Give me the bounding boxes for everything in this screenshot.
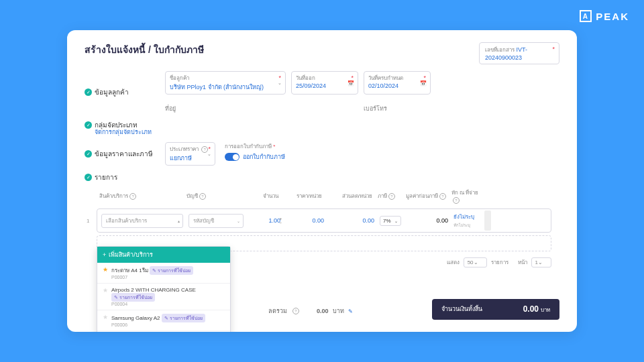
manage-group-link[interactable]: จัดการกลุ่มจัดประเภท xyxy=(95,127,559,137)
account-select[interactable]: รหัสบัญชี⌄ xyxy=(189,214,244,228)
doc-number-label: เลขที่เอกสาร xyxy=(485,47,515,53)
star-icon: ★ xyxy=(103,287,108,294)
address-label: ที่อยู่ xyxy=(165,105,176,112)
product-select[interactable]: เลือกสินค้า/บริการ▴ xyxy=(101,214,183,228)
discount-input[interactable]: 0.00 xyxy=(327,215,377,226)
calendar-icon: 📅 xyxy=(347,80,354,86)
phone-label: เบอร์โทร xyxy=(364,105,387,112)
tax-toggle[interactable] xyxy=(225,153,239,161)
star-icon: ★ xyxy=(103,266,108,273)
info-icon: ? xyxy=(199,193,206,200)
due-date-field[interactable]: วันที่ครบกำหนด * 02/10/2024 📅 xyxy=(364,71,431,95)
price-input[interactable]: 0.00 xyxy=(283,215,327,226)
pretax-value: 0.00 xyxy=(404,215,451,226)
chevron-down-icon: ⌄ xyxy=(278,80,282,86)
check-icon: ✓ xyxy=(85,174,92,181)
check-icon: ✓ xyxy=(85,150,92,158)
pencil-icon[interactable]: ✎ xyxy=(348,308,353,314)
add-product-option[interactable]: + เพิ่มสินค้า/บริการ xyxy=(97,247,230,263)
invoice-form: สร้างใบแจ้งหนี้ / ใบกำกับภาษี เลขที่เอกส… xyxy=(67,30,577,332)
frequent-badge: ✎ รายการที่ใช้บ่อย xyxy=(150,266,193,275)
plus-icon: + xyxy=(103,251,106,258)
frequent-badge: ✎ รายการที่ใช้บ่อย xyxy=(162,314,205,322)
stepper-icon[interactable]: +− xyxy=(279,217,282,225)
grand-total: จำนวนเงินทั้งสิ้น 0.00บาท xyxy=(432,299,559,320)
tax-label: การออกใบกำกับภาษี xyxy=(225,143,272,149)
check-icon: ✓ xyxy=(85,88,92,96)
qty-input[interactable]: 1.00+− xyxy=(246,215,283,226)
item-row: 1 เลือกสินค้า/บริการ▴ รหัสบัญชี⌄ 1.00+− … xyxy=(97,208,551,233)
product-option[interactable]: ★MouseP00002 xyxy=(97,331,230,332)
chevron-down-icon: ⌄ xyxy=(207,152,211,157)
delete-row-handle[interactable] xyxy=(484,210,491,231)
section-customer: ✓ ข้อมูลลูกค้า xyxy=(85,71,158,113)
vat-select[interactable]: 7%⌄ xyxy=(380,216,401,226)
doc-number-field[interactable]: เลขที่เอกสาร * IVT-20240900023 xyxy=(479,42,559,64)
brand-logo: A PEAK xyxy=(580,10,629,22)
check-icon: ✓ xyxy=(85,121,92,129)
customer-name-field[interactable]: ชื่อลูกค้า * บริษัท PPloy1 จำกัด (สำนักง… xyxy=(165,71,286,95)
row-number: 1 xyxy=(87,218,89,224)
tax-toggle-value: ออกใบกำกับภาษี xyxy=(243,152,285,162)
issue-date-field[interactable]: วันที่ออก * 25/09/2024 📅 xyxy=(291,71,358,95)
product-option[interactable]: ★Airpods 2 WITH CHARGING CASE ✎ รายการที… xyxy=(97,284,230,310)
page-select[interactable]: 1⌄ xyxy=(531,257,551,267)
section-price: ✓ ข้อมูลราคาและภาษี xyxy=(85,142,158,166)
star-icon: ★ xyxy=(103,314,108,320)
section-items: ✓ รายการ xyxy=(85,172,158,182)
info-icon: ? xyxy=(129,193,136,200)
product-dropdown: + เพิ่มสินค้า/บริการ ★กระดาษ A4 1รีม ✎ ร… xyxy=(97,246,231,332)
calendar-icon: 📅 xyxy=(420,80,427,86)
product-option[interactable]: ★กระดาษ A4 1รีม ✎ รายการที่ใช้บ่อยP00007 xyxy=(97,263,230,284)
wht-select[interactable]: ยังไม่ระบุหักไม่ระบุ xyxy=(451,210,484,231)
required-mark: * xyxy=(552,46,555,52)
items-table-header: สินค้า/บริการ? บัญชี? จำนวน ราคา/หน่วย ส… xyxy=(85,184,559,208)
frequent-badge: ✎ รายการที่ใช้บ่อย xyxy=(111,293,155,302)
logo-icon: A xyxy=(580,10,592,22)
subtotal-row: ลดรวม? 0.00 บาท ✎ xyxy=(268,306,353,316)
pagination: แสดง 50⌄ รายการ หน้า 1⌄ xyxy=(447,257,551,267)
price-type-field[interactable]: ประเภทราคา ? * แยกภาษี ⌄ xyxy=(165,142,215,166)
product-option[interactable]: ★Samsung Galaxy A2 ✎ รายการที่ใช้บ่อยP00… xyxy=(97,310,230,331)
per-page-select[interactable]: 50⌄ xyxy=(464,257,487,267)
page-title: สร้างใบแจ้งหนี้ / ใบกำกับภาษี xyxy=(85,42,204,57)
